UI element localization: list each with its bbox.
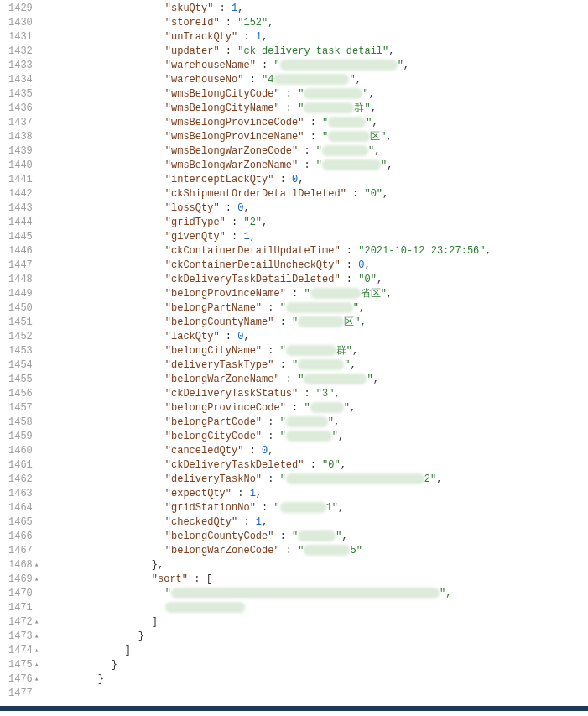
code-line[interactable] bbox=[51, 601, 588, 615]
code-line[interactable]: "belongPartCode" : "", bbox=[51, 415, 588, 430]
code-line[interactable]: "gridType" : "2", bbox=[51, 216, 588, 230]
code-line[interactable]: "ckDeliveryTaskDeleted" : "0", bbox=[51, 458, 588, 473]
code-line[interactable]: "ckShipmentOrderDetailDeleted" : "0", bbox=[51, 187, 588, 201]
code-line[interactable]: "storeId" : "152", bbox=[51, 16, 588, 30]
code-area[interactable]: "skuQty" : 1,"storeId" : "152","unTrackQ… bbox=[38, 0, 588, 703]
fold-marker-icon[interactable]: ▴ bbox=[33, 672, 41, 687]
line-number: 1466 bbox=[8, 530, 33, 544]
line-number: 1444 bbox=[8, 216, 33, 230]
line-number: 1433 bbox=[8, 59, 33, 73]
line-number: 1475▴ bbox=[8, 658, 33, 672]
line-number: 1455 bbox=[8, 373, 33, 387]
line-number: 1453 bbox=[8, 344, 33, 358]
line-number: 1469▴ bbox=[8, 572, 33, 587]
line-number: 1445 bbox=[8, 230, 33, 244]
code-line[interactable]: "belongProvinceName" : "省区", bbox=[51, 287, 588, 301]
line-number: 1463 bbox=[8, 487, 33, 501]
fold-marker-icon[interactable]: ▴ bbox=[33, 658, 41, 672]
code-line[interactable]: "deliveryTaskType" : "", bbox=[51, 358, 588, 373]
code-line[interactable]: "checkedQty" : 1, bbox=[51, 515, 588, 530]
code-line[interactable]: "unTrackQty" : 1, bbox=[51, 30, 588, 44]
code-line[interactable]: "wmsBelongProvinceCode" : "", bbox=[51, 116, 588, 130]
line-number: 1468▴ bbox=[8, 558, 33, 572]
code-line[interactable]: "belongCountyName" : "区", bbox=[51, 316, 588, 330]
status-bar bbox=[0, 706, 588, 711]
code-line[interactable]: "canceledQty" : 0, bbox=[51, 444, 588, 458]
code-line[interactable]: "belongCityCode" : "", bbox=[51, 430, 588, 444]
code-line[interactable]: ] bbox=[51, 644, 588, 658]
line-number: 1432 bbox=[8, 44, 33, 59]
code-line[interactable]: "deliveryTaskNo" : "2", bbox=[51, 473, 588, 487]
fold-marker-icon[interactable]: ▴ bbox=[33, 630, 41, 644]
line-number: 1437 bbox=[8, 116, 33, 130]
code-line[interactable]: "belongProvinceCode" : "", bbox=[51, 401, 588, 415]
code-line[interactable]: "wmsBelongWarZoneCode" : "", bbox=[51, 144, 588, 159]
line-number: 1457 bbox=[8, 401, 33, 415]
code-line[interactable]: "sort" : [ bbox=[51, 572, 588, 587]
line-number: 1434 bbox=[8, 73, 33, 87]
line-number: 1460 bbox=[8, 444, 33, 458]
code-line[interactable]: "wmsBelongCityCode" : "", bbox=[51, 87, 588, 102]
line-number: 1470 bbox=[8, 587, 33, 601]
code-line[interactable]: "ckContainerDetailUncheckQty" : 0, bbox=[51, 259, 588, 273]
line-number: 1446 bbox=[8, 244, 33, 259]
line-number: 1429 bbox=[8, 2, 33, 16]
code-line[interactable]: } bbox=[51, 630, 588, 644]
code-line[interactable]: }, bbox=[51, 558, 588, 572]
code-line[interactable]: "ckDeliveryTaskDetailDeleted" : "0", bbox=[51, 273, 588, 287]
line-number: 1462 bbox=[8, 473, 33, 487]
line-number: 1473▴ bbox=[8, 630, 33, 644]
line-number: 1431 bbox=[8, 30, 33, 44]
code-line[interactable]: "wmsBelongWarZoneName" : "", bbox=[51, 159, 588, 173]
line-number: 1476▴ bbox=[8, 672, 33, 687]
line-number: 1442 bbox=[8, 187, 33, 201]
line-number: 1430 bbox=[8, 16, 33, 30]
fold-marker-icon[interactable]: ▴ bbox=[33, 572, 41, 587]
line-number: 1441 bbox=[8, 173, 33, 187]
code-line[interactable]: "gridStationNo" : "1", bbox=[51, 501, 588, 515]
line-number: 1459 bbox=[8, 430, 33, 444]
code-line[interactable]: "belongPartName" : "", bbox=[51, 301, 588, 316]
line-number: 1472▴ bbox=[8, 615, 33, 630]
code-line[interactable] bbox=[51, 687, 588, 701]
line-number: 1436 bbox=[8, 102, 33, 116]
fold-marker-icon[interactable]: ▴ bbox=[33, 615, 41, 630]
code-line[interactable]: "wmsBelongProvinceName" : "区", bbox=[51, 130, 588, 144]
line-number: 1449 bbox=[8, 287, 33, 301]
code-line[interactable]: "", bbox=[51, 587, 588, 601]
code-line[interactable]: } bbox=[51, 658, 588, 672]
fold-marker-icon[interactable]: ▴ bbox=[33, 558, 41, 572]
line-number: 1461 bbox=[8, 458, 33, 473]
code-line[interactable]: "belongCityName" : "群", bbox=[51, 344, 588, 358]
code-line[interactable]: "belongCountyCode" : "", bbox=[51, 530, 588, 544]
code-line[interactable]: "warehouseNo" : "4", bbox=[51, 73, 588, 87]
code-line[interactable]: "givenQty" : 1, bbox=[51, 230, 588, 244]
code-line[interactable]: "updater" : "ck_delivery_task_detail", bbox=[51, 44, 588, 59]
line-number: 1471 bbox=[8, 601, 33, 615]
fold-marker-icon[interactable]: ▴ bbox=[33, 644, 41, 658]
code-line[interactable]: "wmsBelongCityName" : "群", bbox=[51, 102, 588, 116]
line-number: 1465 bbox=[8, 515, 33, 530]
code-line[interactable]: "lackQty" : 0, bbox=[51, 330, 588, 344]
line-number: 1452 bbox=[8, 330, 33, 344]
line-number: 1435 bbox=[8, 87, 33, 102]
code-editor[interactable]: 1429143014311432143314341435143614371438… bbox=[0, 0, 588, 703]
line-number: 1467 bbox=[8, 544, 33, 558]
code-line[interactable]: "skuQty" : 1, bbox=[51, 2, 588, 16]
code-line[interactable]: "interceptLackQty" : 0, bbox=[51, 173, 588, 187]
code-line[interactable]: } bbox=[51, 672, 588, 687]
line-number: 1450 bbox=[8, 301, 33, 316]
line-number: 1447 bbox=[8, 259, 33, 273]
code-line[interactable]: "expectQty" : 1, bbox=[51, 487, 588, 501]
line-number: 1458 bbox=[8, 415, 33, 430]
code-line[interactable]: ] bbox=[51, 615, 588, 630]
line-number: 1464 bbox=[8, 501, 33, 515]
code-line[interactable]: "ckContainerDetailUpdateTime" : "2021-10… bbox=[51, 244, 588, 259]
line-number: 1438 bbox=[8, 130, 33, 144]
code-line[interactable]: "belongWarZoneCode" : "5" bbox=[51, 544, 588, 558]
code-line[interactable]: "warehouseName" : "", bbox=[51, 59, 588, 73]
line-number: 1443 bbox=[8, 201, 33, 216]
code-line[interactable]: "ckDeliveryTaskStatus" : "3", bbox=[51, 387, 588, 401]
code-line[interactable]: "lossQty" : 0, bbox=[51, 201, 588, 216]
code-line[interactable]: "belongWarZoneName" : "", bbox=[51, 373, 588, 387]
